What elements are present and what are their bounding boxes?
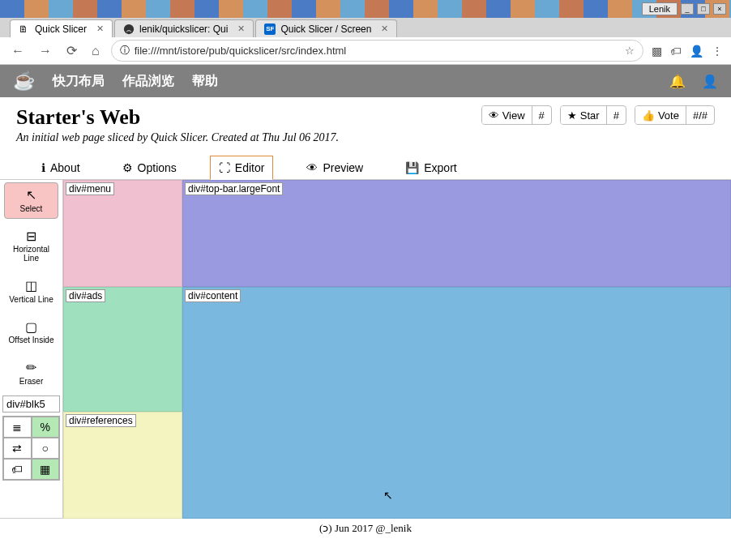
github-icon [123, 24, 135, 35]
tool-label: Vertical Line [9, 295, 53, 304]
app-header: ☕ 快刀布局 作品浏览 帮助 🔔 👤 [0, 65, 731, 97]
tab-close-icon[interactable]: ✕ [237, 24, 245, 34]
mini-circle[interactable]: ○ [32, 438, 60, 459]
region-label: div#menu [66, 182, 114, 195]
region-ads[interactable]: div#ads [63, 287, 182, 412]
star-icon: ★ [567, 109, 577, 122]
vote-count: #/# [686, 106, 714, 124]
browser-tab[interactable]: SF Quick Slicer / Screen ✕ [255, 19, 397, 37]
vote-button[interactable]: 👍 Vote [635, 106, 686, 124]
browser-tab[interactable]: 🗎 Quick Slicer ✕ [10, 19, 113, 37]
os-close-button[interactable]: × [713, 3, 726, 15]
mini-swap[interactable]: ⇄ [3, 438, 32, 459]
region-content[interactable]: div#content ↖ [182, 287, 731, 519]
coffee-logo-icon[interactable]: ☕ [13, 71, 35, 92]
star-count: # [607, 106, 626, 124]
tool-vline[interactable]: ◫ Vertical Line [4, 273, 58, 310]
os-window-label: Lenik [642, 2, 678, 15]
vote-label: Vote [658, 109, 679, 122]
forward-button[interactable]: → [36, 41, 55, 62]
tool-offset[interactable]: ▢ Offset Inside [4, 314, 58, 351]
reload-button[interactable]: ⟳ [63, 40, 80, 62]
mini-toolbar: ≣ % ⇄ ○ 🏷 ▦ [2, 416, 60, 481]
tool-label: Select [20, 204, 43, 213]
view-label: View [502, 109, 525, 122]
view-button[interactable]: 👁 View [482, 106, 532, 124]
back-button[interactable]: ← [8, 41, 28, 62]
nav-help[interactable]: 帮助 [192, 73, 218, 90]
thumb-icon: 👍 [642, 109, 655, 122]
tab-label: Export [424, 161, 456, 174]
qr-icon[interactable]: ▩ [652, 45, 662, 58]
star-label: Star [580, 109, 600, 122]
arrow-icon: ↖ [26, 188, 36, 203]
mini-tag[interactable]: 🏷 [3, 459, 32, 480]
user-icon[interactable]: 👤 [702, 74, 718, 89]
star-stat: ★ Star # [560, 105, 626, 125]
tool-label: Horizontal Line [8, 245, 54, 263]
info-icon: ℹ [41, 161, 45, 174]
tab-about[interactable]: ℹ About [32, 156, 89, 179]
hline-icon: ⊟ [26, 229, 36, 244]
mini-grid-icon[interactable]: ▦ [32, 459, 60, 480]
editor-area: ↖ Select ⊟ Horizontal Line ◫ Vertical Li… [0, 180, 731, 519]
bell-icon[interactable]: 🔔 [669, 74, 686, 89]
browser-toolbar: ← → ⟳ ⌂ ⓘ file:///mnt/istore/pub/quicksl… [0, 37, 731, 65]
nav-browse[interactable]: 作品浏览 [122, 73, 174, 90]
tab-label: Options [138, 161, 177, 174]
view-count: # [532, 106, 551, 124]
stats-row: 👁 View # ★ Star # 👍 Vote #/# [481, 105, 715, 125]
editor-canvas[interactable]: div#menu div#top-bar.largeFont div#ads d… [63, 180, 731, 518]
page-icon: 🗎 [19, 24, 30, 35]
tool-select[interactable]: ↖ Select [4, 182, 58, 219]
os-titlebar: Lenik _ □ × [0, 0, 731, 18]
bookmark-star-icon[interactable]: ☆ [625, 45, 635, 57]
tag-ext-icon[interactable]: 🏷 [670, 45, 682, 58]
tab-title: lenik/quickslicer: Qui [139, 24, 228, 35]
nav-layout[interactable]: 快刀布局 [53, 73, 105, 90]
extension-icons: ▩ 🏷 👤 ⋮ [652, 45, 723, 58]
tool-label: Offset Inside [9, 336, 54, 344]
tab-options[interactable]: ⚙ Options [113, 156, 186, 179]
tab-export[interactable]: 💾 Export [396, 156, 465, 179]
tool-eraser[interactable]: ✏ Eraser [4, 355, 58, 391]
offset-icon: ▢ [25, 320, 37, 335]
tool-hline[interactable]: ⊟ Horizontal Line [4, 224, 58, 269]
browser-tab-strip: 🗎 Quick Slicer ✕ lenik/quickslicer: Qui … [0, 18, 731, 37]
selector-input[interactable] [2, 395, 60, 413]
address-bar[interactable]: ⓘ file:///mnt/istore/pub/quickslicer/src… [111, 40, 643, 62]
tab-title: Quick Slicer / Screen [280, 24, 371, 35]
tab-label: Editor [235, 161, 265, 174]
star-button[interactable]: ★ Star [561, 106, 607, 124]
home-button[interactable]: ⌂ [88, 41, 103, 62]
region-label: div#top-bar.largeFont [185, 182, 283, 195]
os-max-button[interactable]: □ [697, 3, 710, 15]
project-row: Starter's Web An initial web page sliced… [0, 97, 731, 149]
os-min-button[interactable]: _ [681, 3, 694, 15]
crop-icon: ⛶ [219, 161, 230, 174]
mini-list[interactable]: ≣ [3, 417, 32, 438]
tool-rail: ↖ Select ⊟ Horizontal Line ◫ Vertical Li… [0, 180, 63, 518]
menu-icon[interactable]: ⋮ [712, 45, 723, 58]
region-topbar[interactable]: div#top-bar.largeFont [182, 180, 731, 287]
footer: (ɔ) Jun 2017 @_lenik [0, 519, 731, 538]
gear-icon: ⚙ [122, 161, 133, 174]
tool-label: Eraser [19, 377, 43, 386]
eraser-icon: ✏ [26, 361, 36, 375]
region-references[interactable]: div#references [63, 412, 182, 519]
region-menu[interactable]: div#menu [63, 180, 182, 287]
address-text: file:///mnt/istore/pub/quickslicer/src/i… [135, 45, 620, 57]
tab-editor[interactable]: ⛶ Editor [210, 156, 274, 180]
tab-title: Quick Slicer [35, 24, 87, 35]
mini-percent[interactable]: % [32, 417, 60, 438]
region-label: div#references [66, 414, 136, 427]
tab-label: About [50, 161, 80, 174]
info-icon[interactable]: ⓘ [120, 44, 130, 58]
mouse-cursor-icon: ↖ [383, 489, 393, 502]
tab-preview[interactable]: 👁 Preview [297, 156, 372, 179]
project-subtitle: An initial web page sliced by Quick Slic… [16, 131, 339, 144]
browser-tab[interactable]: lenik/quickslicer: Qui ✕ [114, 19, 254, 37]
user-ext-icon[interactable]: 👤 [690, 45, 703, 58]
tab-close-icon[interactable]: ✕ [381, 24, 388, 34]
tab-close-icon[interactable]: ✕ [96, 24, 104, 34]
